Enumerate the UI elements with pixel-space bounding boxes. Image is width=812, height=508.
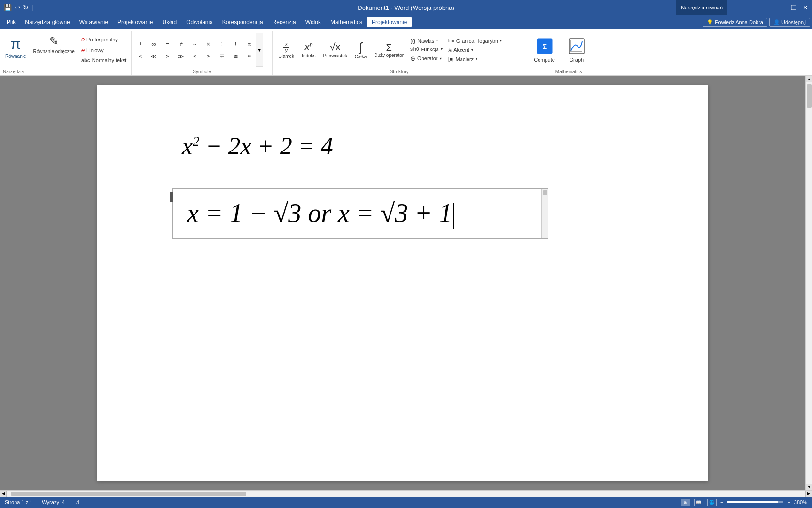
sym-gg[interactable]: ≫ — [174, 50, 187, 62]
title-bar-left: 💾 ↩ ↻ | — [4, 4, 33, 11]
ribbon-group-narzedzia: π Równanie ✎ Równanie odręczne e Profesj… — [0, 31, 132, 75]
prof-label: Profesjonalny — [86, 37, 118, 42]
menu-wstawianie[interactable]: Wstawianie — [75, 17, 113, 27]
normalny-tekst-btn[interactable]: abc Normalny tekst — [79, 56, 128, 64]
zoom-level[interactable]: 380% — [794, 500, 807, 505]
scroll-left-btn[interactable]: ◀ — [0, 491, 7, 497]
sym-inf[interactable]: ∞ — [147, 38, 160, 49]
akcent-btn[interactable]: á Akcent ▾ — [446, 46, 504, 55]
sym-times[interactable]: × — [202, 38, 215, 49]
calka-btn[interactable]: ∫ Całka — [352, 39, 370, 61]
menu-plik[interactable]: Plik — [2, 17, 20, 27]
mathematics-label: Mathematics — [529, 68, 608, 74]
equation-btn[interactable]: π Równanie — [3, 33, 28, 61]
funkcja-btn[interactable]: sin0 Funkcja ▾ — [408, 46, 445, 53]
symbols-row-1: ± ∞ = ≠ ~ × ÷ ! ∝ — [133, 38, 256, 49]
menu-widok[interactable]: Widok — [301, 17, 326, 27]
sym-neq[interactable]: ≠ — [174, 38, 187, 49]
menu-projektowanie[interactable]: Projektowanie — [113, 17, 157, 27]
macierz-btn[interactable]: [■] Macierz ▾ — [446, 56, 504, 63]
scroll-thumb[interactable] — [543, 190, 547, 195]
handwritten-equation-btn[interactable]: ✎ Równanie odręczne — [30, 33, 77, 56]
nawias-label: Nawias — [417, 38, 434, 44]
indeks-btn[interactable]: xn Indeks — [299, 40, 318, 59]
compute-btn[interactable]: Σ Compute — [529, 36, 560, 64]
spell-check-icon[interactable]: ☑ — [74, 499, 79, 506]
operator-btn[interactable]: ⊕ Operator ▾ — [408, 54, 445, 63]
profesjonalny-btn[interactable]: e Profesjonalny — [79, 35, 128, 44]
granica-btn[interactable]: lim Granica i logarytm ▾ — [446, 37, 504, 45]
ulamek-btn[interactable]: x y Ułamek — [275, 40, 297, 60]
sym-geq[interactable]: ≥ — [202, 50, 215, 62]
sym-leq[interactable]: ≤ — [188, 50, 201, 62]
sym-ll[interactable]: ≪ — [147, 50, 160, 62]
menu-mathematics[interactable]: Mathematics — [326, 17, 367, 27]
zoom-slider[interactable] — [727, 501, 783, 503]
scroll-down-btn[interactable]: ▼ — [806, 484, 812, 490]
status-right-tools: ⊞ 📖 🌐 − + 380% — [681, 499, 807, 506]
equation-2-container[interactable]: x = 1 − √3 or x = √3 + 1 — [172, 188, 548, 239]
title-bar-separator: | — [31, 4, 33, 11]
pi-icon: π — [10, 35, 21, 53]
macierz-label: Macierz — [456, 56, 474, 62]
struktury-label: Struktury — [275, 68, 523, 74]
sym-eq[interactable]: = — [161, 38, 174, 49]
v-scroll-thumb[interactable] — [807, 84, 812, 108]
undo-icon[interactable]: ↩ — [15, 4, 20, 11]
print-layout-btn[interactable]: ⊞ — [681, 499, 690, 506]
pierwiastek-btn[interactable]: √x Pierwiastek — [320, 40, 350, 59]
handwritten-label: Równanie odręczne — [33, 49, 74, 54]
web-layout-btn[interactable]: 🌐 — [707, 499, 717, 506]
menu-uklad[interactable]: Układ — [157, 17, 181, 27]
sym-tilde[interactable]: ~ — [188, 38, 201, 49]
minimize-icon[interactable]: ─ — [781, 4, 785, 11]
sym-mp[interactable]: ∓ — [215, 50, 228, 62]
h-scroll-thumb[interactable] — [11, 492, 246, 496]
minus-zoom[interactable]: − — [720, 500, 723, 505]
menu-recenzja[interactable]: Recenzja — [268, 17, 301, 27]
redo-icon[interactable]: ↻ — [23, 4, 29, 11]
status-bar: Strona 1 z 1 Wyrazy: 4 ☑ ⊞ 📖 🌐 − + 380% — [0, 497, 812, 508]
menu-odwolania[interactable]: Odwołania — [181, 17, 218, 27]
menu-korespondencja[interactable]: Korespondencja — [218, 17, 268, 27]
word-count: Wyrazy: 4 — [42, 500, 65, 505]
menu-projektowanie-active[interactable]: Projektowanie — [367, 17, 412, 27]
root-icon: √x — [330, 41, 341, 53]
ulamek-label: Ułamek — [278, 54, 294, 59]
granica-label: Granica i logarytm — [456, 38, 498, 44]
akcent-label: Akcent — [453, 47, 469, 53]
ribbon-group-symbole: ± ∞ = ≠ ~ × ÷ ! ∝ < ≪ — [132, 31, 273, 75]
sym-excl[interactable]: ! — [229, 38, 242, 49]
restore-icon[interactable]: ❐ — [791, 4, 797, 11]
share-button[interactable]: 👤 Udostępnij — [769, 18, 810, 27]
struktury-content: x y Ułamek xn Indeks √x Pierwiastek — [275, 33, 523, 67]
document[interactable]: x2 − 2x + 2 = 4 x = 1 − √3 or x = √3 + 1 — [97, 85, 708, 481]
menu-narzedzia-glowne[interactable]: Narzędzia główne — [20, 17, 74, 27]
sym-prop[interactable]: ∝ — [242, 38, 256, 49]
index-icon: xn — [304, 41, 313, 53]
sym-cong[interactable]: ≅ — [229, 50, 242, 62]
sym-lt[interactable]: < — [133, 50, 147, 62]
sym-approx[interactable]: ≈ — [242, 50, 256, 62]
abc-icon: abc — [81, 57, 90, 63]
nawias-btn[interactable]: {(} Nawias ▾ — [408, 37, 445, 45]
sym-pm[interactable]: ± — [133, 38, 147, 49]
sym-gt[interactable]: > — [161, 50, 174, 62]
symbole-label: Symbole — [133, 68, 270, 74]
save-icon[interactable]: 💾 — [4, 4, 12, 11]
duzy-operator-btn[interactable]: Σ Duży operator — [371, 41, 406, 59]
close-icon[interactable]: ✕ — [803, 4, 808, 11]
tell-me-button[interactable]: 💡 Powiedz Anna Dobra — [703, 18, 767, 27]
graph-btn[interactable]: Graph — [563, 36, 590, 64]
scroll-up-btn[interactable]: ▲ — [806, 76, 812, 82]
lin-label: Liniowy — [86, 48, 104, 53]
plus-zoom[interactable]: + — [787, 500, 790, 505]
svg-text:Σ: Σ — [542, 43, 546, 50]
read-mode-btn[interactable]: 📖 — [694, 499, 703, 506]
scroll-right-btn[interactable]: ▶ — [805, 491, 812, 497]
pierwiastek-label: Pierwiastek — [323, 53, 347, 58]
liniowy-btn[interactable]: e Liniowy — [79, 46, 128, 55]
symbols-expand-btn[interactable]: ▼ — [256, 33, 263, 67]
sym-div[interactable]: ÷ — [215, 38, 228, 49]
scroll-track — [806, 82, 812, 484]
